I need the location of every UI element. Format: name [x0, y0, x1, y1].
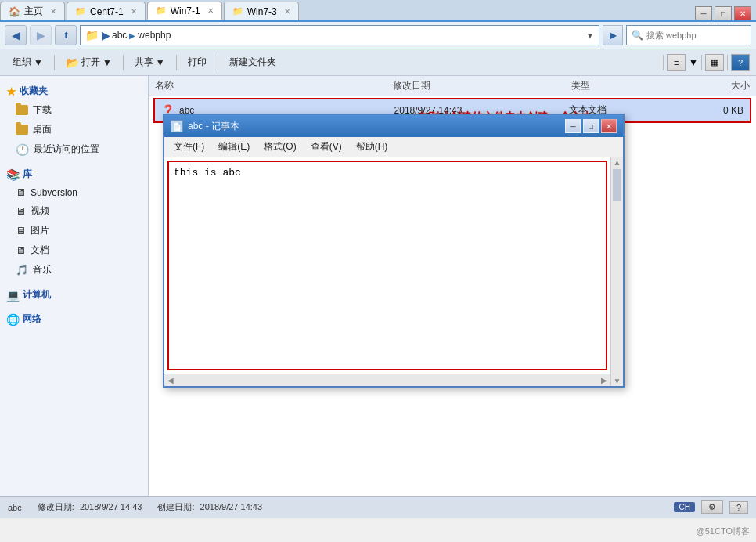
status-modified-label: 修改日期: 2018/9/27 14:43: [38, 501, 142, 513]
tab-home[interactable]: 🏠 主页 ✕: [0, 2, 65, 20]
search-input[interactable]: [646, 31, 754, 40]
help-status-button[interactable]: ?: [729, 501, 748, 514]
status-filename: abc: [8, 503, 22, 512]
tab-win7-3-close[interactable]: ✕: [284, 7, 290, 16]
forward-button[interactable]: ▶: [30, 25, 52, 45]
notepad-close-button[interactable]: ✕: [601, 119, 617, 133]
desktop-folder-icon: [16, 125, 28, 135]
notepad-menu-help[interactable]: 帮助(H): [350, 139, 394, 155]
sidebar-item-documents[interactable]: 🖥 文档: [0, 240, 148, 260]
breadcrumb: ▶ abc ▶ webphp: [102, 30, 171, 42]
share-button[interactable]: 共享 ▼: [128, 53, 171, 71]
tab-home-close[interactable]: ✕: [50, 7, 56, 16]
new-folder-button[interactable]: 新建文件夹: [223, 53, 283, 71]
sidebar-item-subversion[interactable]: 🖥 Subversion: [0, 183, 148, 201]
breadcrumb-webphp[interactable]: webphp: [138, 30, 171, 41]
col-type-header[interactable]: 类型: [571, 79, 690, 92]
sidebar-item-desktop[interactable]: 桌面: [0, 120, 148, 139]
sidebar-network-section: 🌐 网络: [0, 310, 148, 328]
up-icon: ⬆: [63, 31, 70, 41]
sidebar-computer-header[interactable]: 💻 计算机: [0, 286, 148, 304]
notepad-title: abc - 记事本: [188, 120, 560, 133]
vscroll-up-arrow[interactable]: ▲: [611, 157, 623, 168]
open-button[interactable]: 📂 打开 ▼: [59, 53, 118, 71]
sidebar-favorites-header[interactable]: ★ 收藏夹: [0, 82, 148, 100]
sidebar-network-label: 网络: [23, 313, 41, 326]
toolbar-separator-2: [123, 55, 124, 70]
sidebar-item-music[interactable]: 🎵 音乐: [0, 260, 148, 280]
new-folder-label: 新建文件夹: [229, 56, 276, 69]
tab-win7-3[interactable]: 📁 Win7-3 ✕: [224, 2, 299, 20]
vscroll-down-arrow[interactable]: ▼: [611, 376, 623, 386]
watermark: @51CTO博客: [697, 526, 750, 537]
search-box[interactable]: 🔍: [626, 25, 751, 45]
toolbar-sep-right: [663, 55, 664, 70]
organize-button[interactable]: 组织 ▼: [6, 53, 49, 71]
file-list-header: 名称 修改日期 类型 大小: [149, 76, 756, 96]
notepad-icon: 📄: [171, 120, 183, 132]
notepad-menu-file[interactable]: 文件(F): [167, 139, 211, 155]
sidebar-item-downloads[interactable]: 下载: [0, 100, 148, 120]
sidebar-item-pictures[interactable]: 🖥 图片: [0, 221, 148, 240]
file-size-abc: 0 KB: [686, 105, 743, 116]
notepad-textarea[interactable]: this is abc: [169, 162, 606, 369]
notepad-hscrollbar[interactable]: ◀ ▶: [164, 374, 610, 386]
share-dropdown-icon: ▼: [156, 57, 165, 68]
notepad-menu-format[interactable]: 格式(O): [257, 139, 302, 155]
tab-win7-1[interactable]: 📁 Win7-1 ✕: [147, 2, 222, 20]
breadcrumb-abc[interactable]: abc: [112, 30, 127, 41]
sidebar-item-recent[interactable]: 🕐 最近访问的位置: [0, 139, 148, 159]
minimize-button[interactable]: ─: [695, 6, 712, 20]
computer-icon: 💻: [6, 289, 20, 302]
address-go-button[interactable]: ▶: [603, 25, 623, 45]
vscroll-thumb[interactable]: [613, 169, 621, 201]
notepad-minimize-button[interactable]: ─: [565, 119, 581, 133]
settings-icon: ⚙: [708, 502, 716, 511]
view-icon-button[interactable]: ▦: [705, 54, 724, 71]
sidebar-library-header[interactable]: 📚 库: [0, 165, 148, 183]
toolbar-separator-4: [218, 55, 218, 70]
sidebar-network-header[interactable]: 🌐 网络: [0, 310, 148, 328]
close-button[interactable]: ✕: [734, 6, 751, 20]
col-name-header[interactable]: 名称: [155, 79, 393, 92]
view-list-button[interactable]: ≡: [667, 54, 686, 71]
hscroll-right-arrow[interactable]: ▶: [601, 376, 607, 385]
search-icon: 🔍: [632, 30, 643, 41]
notepad-vscrollbar[interactable]: ▲ ▼: [610, 157, 623, 386]
notepad-window-buttons: ─ □ ✕: [565, 119, 617, 133]
sidebar-documents-label: 文档: [31, 244, 49, 257]
sidebar-library-section: 📚 库 🖥 Subversion 🖥 视频 🖥 图片 🖥 文档 🎵 音乐: [0, 165, 148, 280]
address-input[interactable]: 📁 ▶ abc ▶ webphp ▼: [80, 25, 599, 45]
maximize-button[interactable]: □: [715, 6, 732, 20]
print-button[interactable]: 打印: [182, 53, 213, 71]
notepad-menu-edit[interactable]: 编辑(E): [212, 139, 256, 155]
breadcrumb-sep: ▶: [129, 31, 135, 40]
sidebar: ★ 收藏夹 下载 桌面 🕐 最近访问的位置 📚 库 🖥: [0, 76, 149, 496]
settings-button[interactable]: ⚙: [701, 500, 723, 514]
pictures-icon: 🖥: [16, 225, 26, 237]
up-button[interactable]: ⬆: [55, 25, 77, 45]
tab-win7-1-close[interactable]: ✕: [207, 6, 214, 15]
help-button[interactable]: ?: [731, 54, 750, 71]
sidebar-computer-label: 计算机: [23, 288, 51, 302]
tab-cent7-close[interactable]: ✕: [131, 7, 137, 16]
col-size-header[interactable]: 大小: [690, 79, 750, 92]
notepad-menu: 文件(F) 编辑(E) 格式(O) 查看(V) 帮助(H): [164, 137, 623, 157]
address-dropdown-icon[interactable]: ▼: [586, 31, 594, 40]
sidebar-recent-label: 最近访问的位置: [34, 143, 99, 156]
library-icon: 📚: [6, 168, 20, 181]
tab-cent7[interactable]: 📁 Cent7-1 ✕: [67, 2, 146, 20]
video-icon: 🖥: [16, 205, 26, 217]
notepad-maximize-button[interactable]: □: [583, 119, 599, 133]
notepad-titlebar: 📄 abc - 记事本 ─ □ ✕: [164, 115, 623, 137]
view-toggle-icon: ▼: [689, 57, 698, 68]
toolbar-right: ≡ ▼ ▦ ?: [663, 54, 750, 71]
sidebar-item-video[interactable]: 🖥 视频: [0, 201, 148, 221]
notepad-content-area: this is abc ◀ ▶ ▲ ▼: [164, 157, 623, 386]
language-badge[interactable]: CH: [674, 502, 694, 512]
notepad-menu-view[interactable]: 查看(V): [304, 139, 348, 155]
hscroll-left-arrow[interactable]: ◀: [167, 376, 174, 385]
status-right: CH ⚙ ?: [674, 500, 748, 514]
col-date-header[interactable]: 修改日期: [393, 79, 571, 92]
back-button[interactable]: ◀: [5, 25, 27, 45]
